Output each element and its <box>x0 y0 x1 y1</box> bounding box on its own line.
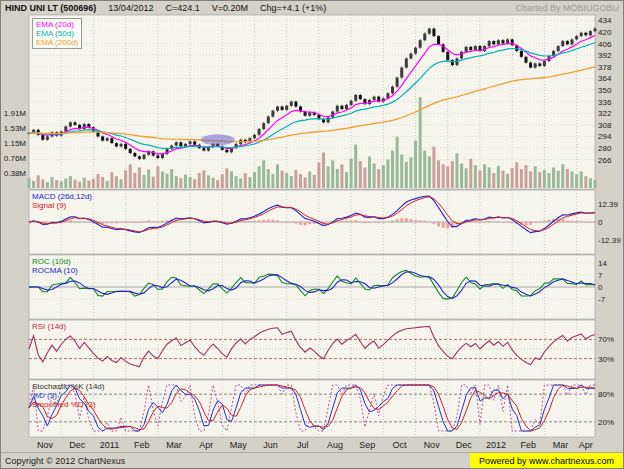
x-axis-label: Apr <box>199 440 213 450</box>
x-axis-label: 2011 <box>100 440 119 450</box>
price-ytick-label: 420 <box>598 28 612 37</box>
legend-entry: Smoothed %D (3) <box>32 400 104 409</box>
roc-ytick-label: 7 <box>598 271 603 280</box>
x-axis-label: Apr <box>579 440 593 450</box>
price-ytick-label: 378 <box>598 63 612 72</box>
x-axis-label: Feb <box>134 440 150 450</box>
x-axis-label: Mar <box>166 440 182 450</box>
legend-entry: Signal (9) <box>32 201 92 210</box>
legend-entry: %D (3) <box>32 391 104 400</box>
macd-ytick-label: -12.39 <box>598 236 621 245</box>
change-value-label: Chg=+4.1 (+1%) <box>260 3 326 13</box>
price-ytick-label: 350 <box>598 86 612 95</box>
copyright-label: Copyright © 2012 ChartNexus <box>1 456 125 466</box>
roc-legend: ROC (10d)ROCMA (10) <box>32 257 78 275</box>
date-label: 13/04/2012 <box>108 3 153 13</box>
x-axis-label: 2012 <box>486 440 506 450</box>
volume-value-label: V=0.20M <box>212 3 248 13</box>
x-axis-label: Oct <box>392 440 407 450</box>
roc-ytick-label: 0 <box>598 283 603 292</box>
legend-entry: ROCMA (10) <box>32 266 78 275</box>
legend-entry: Stochastic %K (14d) <box>32 382 104 391</box>
x-axis-label: Dec <box>69 440 86 450</box>
rsi-ytick-label: 30% <box>598 355 614 364</box>
price-ytick-label: 406 <box>598 40 612 49</box>
header-bar: HIND UNI LT (500696) 13/04/2012 C=424.1 … <box>1 1 623 15</box>
volume-ytick-label: 0.38M <box>4 169 27 178</box>
x-axis-label: Jul <box>297 440 309 450</box>
close-value-label: C=424.1 <box>165 3 199 13</box>
volume-ytick-label: 1.91M <box>4 109 27 118</box>
x-axis-label: Nov <box>37 440 54 450</box>
price-ytick-label: 308 <box>598 121 612 130</box>
price-ytick-label: 322 <box>598 109 612 118</box>
legend-entry: RSI (14d) <box>32 322 66 331</box>
stochastic-legend: Stochastic %K (14d)%D (3)Smoothed %D (3) <box>32 382 104 409</box>
symbol-title: HIND UNI LT (500696) <box>5 3 96 13</box>
macd-ytick-label: 12.39 <box>598 200 619 209</box>
powered-by-link[interactable]: Powered by www.chartnexus.com <box>470 453 623 468</box>
price-ytick-label: 266 <box>598 156 612 165</box>
volume-ytick-label: 1.15M <box>4 139 27 148</box>
x-axis-label: Jun <box>263 440 278 450</box>
chartnexus-window: HIND UNI LT (500696) 13/04/2012 C=424.1 … <box>0 0 624 469</box>
x-axis-label: Sep <box>359 440 375 450</box>
price-ytick-label: 392 <box>598 51 612 60</box>
price-ytick-label: 280 <box>598 144 612 153</box>
charted-by-label: Charted By MOBIUGOBU <box>515 3 619 13</box>
roc-ytick-label: -7 <box>598 295 606 304</box>
stoch-ytick-label: 20% <box>598 418 614 427</box>
price-ytick-label: 336 <box>598 98 612 107</box>
macd-legend: MACD (26d,12d)Signal (9) <box>32 192 92 210</box>
x-axis-label: Mar <box>553 440 569 450</box>
x-axis-label: Nov <box>424 440 441 450</box>
stoch-ytick-label: 80% <box>598 390 614 399</box>
x-axis-label: Aug <box>327 440 343 450</box>
volume-ytick-label: 1.53M <box>4 124 27 133</box>
price-ema-legend: EMA (20d)EMA (50d)EMA (200d) <box>32 18 82 49</box>
x-axis-label: Feb <box>521 440 537 450</box>
legend-entry: EMA (50d) <box>36 29 78 38</box>
x-axis-label: Dec <box>456 440 473 450</box>
legend-entry: EMA (20d) <box>36 20 78 29</box>
rsi-ytick-label: 70% <box>598 335 614 344</box>
x-axis-label: May <box>230 440 248 450</box>
price-ytick-label: 434 <box>598 16 612 25</box>
x-axis: NovDec2011FebMarAprMayJunJulAugSepOctNov… <box>37 440 593 450</box>
legend-entry: ROC (10d) <box>32 257 78 266</box>
rsi-legend: RSI (14d) <box>32 322 66 331</box>
footer-bar: Copyright © 2012 ChartNexus Powered by w… <box>1 452 623 468</box>
legend-entry: EMA (200d) <box>36 38 78 47</box>
price-ytick-label: 364 <box>598 74 612 83</box>
roc-ytick-label: 14 <box>598 259 607 268</box>
legend-entry: MACD (26d,12d) <box>32 192 92 201</box>
price-ytick-label: 294 <box>598 132 612 141</box>
highlight-annotation <box>201 134 235 145</box>
volume-ytick-label: 0.76M <box>4 154 27 163</box>
annotation-layer <box>201 134 235 145</box>
macd-ytick-label: 0 <box>598 218 603 227</box>
